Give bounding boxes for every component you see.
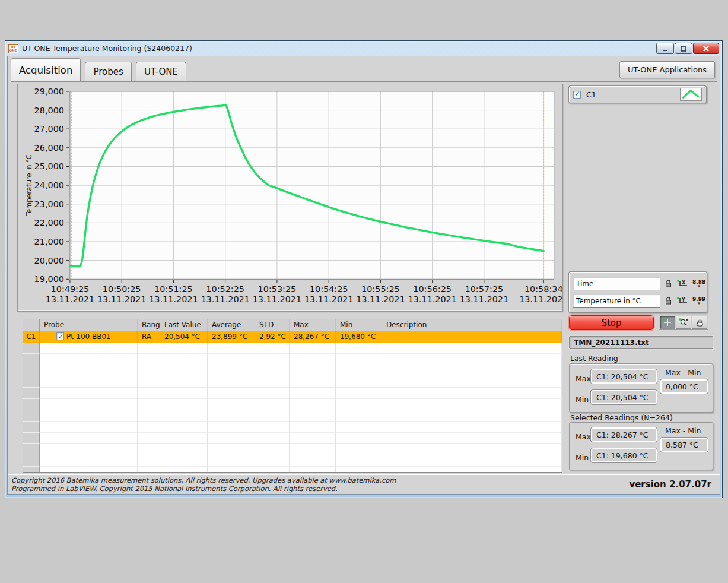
column-header[interactable]: Probe [40,319,138,331]
svg-text:22,000: 22,000 [34,218,64,227]
y-scale-name-input[interactable] [573,294,660,308]
row-header: C1 [23,331,40,343]
probe-checkbox[interactable]: ✓ [56,332,64,340]
column-header[interactable]: STD [255,319,290,331]
column-header[interactable]: Description [382,319,562,331]
svg-text:Y: Y [681,297,685,303]
probe-table[interactable]: ProbeRangeLast ValueAverageSTDMaxMinDesc… [23,319,562,473]
table-row[interactable]: C1 ✓Pt-100 BB01 RA 20,504 °C 23,899 °C 2… [23,331,562,343]
column-header[interactable]: Average [208,319,255,331]
svg-text:13.11.2021: 13.11.2021 [201,294,249,304]
svg-text:24,000: 24,000 [34,180,64,190]
copyright-line-2: Programmed in LabVIEW. Copyright 2015 Na… [11,484,720,493]
selected-diff-label: Max - Min [665,426,701,435]
zoom-tool-button[interactable] [676,316,691,329]
row-header [23,319,40,331]
y-format-icon[interactable]: 9.99▾ [692,297,705,305]
last-reading-group: Max C1: 20,504 °C Min C1: 20,504 °C Max … [569,363,713,413]
y-scale-lock-icon[interactable] [665,296,672,305]
x-scale-name-input[interactable] [573,277,660,290]
ut-one-applications-button[interactable]: UT-ONE Applications [619,61,715,78]
row-header [23,399,40,410]
selected-max-label: Max [576,432,591,441]
stop-button[interactable]: Stop [569,315,654,330]
description-cell [382,331,562,343]
legend-line-icon [681,88,701,100]
svg-text:13.11.2021: 13.11.2021 [356,294,405,304]
table-header-row: ProbeRangeLast ValueAverageSTDMaxMinDesc… [23,319,562,331]
app-window: UTONE UT-ONE Temperature Monitoring (S24… [5,40,723,498]
svg-text:10:50:25: 10:50:25 [103,284,141,294]
svg-text:10:52:25: 10:52:25 [206,284,244,294]
hand-icon [694,318,705,327]
average-cell: 23,899 °C [208,331,255,343]
chart-legend: ✓ C1 [568,85,707,103]
app-logo-icon: UTONE [8,44,18,53]
svg-text:19,000: 19,000 [34,274,64,284]
column-header[interactable]: Last Value [160,319,208,331]
tab-acquisition[interactable]: Acquisition [11,58,81,81]
x-format-icon[interactable]: 8.88▾ [692,280,705,288]
svg-text:13.11.2021: 13.11.2021 [460,294,508,304]
row-header [23,455,40,467]
table-row[interactable] [23,376,562,388]
minimize-button[interactable] [656,43,674,54]
selected-readings-title: Selected Readings (N=264) [570,413,673,422]
pan-tool-button[interactable] [692,316,707,329]
x-autoscale-icon[interactable]: X [676,279,688,288]
tab-probes[interactable]: Probes [85,62,131,81]
row-header [23,376,40,388]
table-row[interactable] [23,444,562,455]
last-reading-min-value: C1: 20,504 °C [590,389,657,405]
last-reading-max-value: C1: 20,504 °C [590,369,657,384]
table-row[interactable] [23,433,562,444]
window-title: UT-ONE Temperature Monitoring (S24060217… [22,44,192,53]
svg-text:13.11.2021: 13.11.2021 [149,294,198,304]
last-value-cell: 20,504 °C [160,331,208,343]
last-reading-diff-value: 0,000 °C [660,379,708,394]
version-label: version 2.07.07r [629,479,711,490]
copyright-line-1: Copyright 2016 Batemika measurement solu… [11,476,720,484]
cursor-tool-button[interactable] [660,316,675,329]
titlebar[interactable]: UTONE UT-ONE Temperature Monitoring (S24… [7,41,720,56]
std-cell: 2,92 °C [255,331,290,343]
table-row[interactable] [23,455,562,467]
table-row[interactable] [23,422,562,433]
scale-legend: X 8.88▾ Y 9.99▾ [568,271,707,313]
svg-text:13.11.2021: 13.11.2021 [97,294,146,304]
max-cell: 28,267 °C [290,331,336,343]
table-row[interactable] [23,410,562,422]
table-row[interactable] [23,365,562,376]
selected-min-label: Min [576,453,589,462]
temperature-chart[interactable]: 29,00028,00027,00026,00025,00024,00023,0… [17,84,563,312]
legend-checkbox-c1[interactable]: ✓ [573,91,581,99]
column-header[interactable]: Max [290,319,336,331]
row-header [23,410,40,422]
footer: Copyright 2016 Batemika measurement solu… [8,474,720,494]
table-row[interactable] [23,467,562,473]
legend-line-sample[interactable] [680,88,702,101]
svg-text:10:54:25: 10:54:25 [310,284,348,294]
svg-text:X: X [682,280,686,286]
x-scale-lock-icon[interactable] [665,279,672,288]
svg-text:13.11.2021: 13.11.2021 [519,294,563,304]
table-row[interactable] [23,399,562,410]
table-row[interactable] [23,388,562,399]
table-row[interactable] [23,354,562,365]
maximize-button[interactable] [675,43,692,54]
y-autoscale-icon[interactable]: Y [676,296,688,305]
last-reading-title: Last Reading [570,354,618,363]
svg-text:13.11.2021: 13.11.2021 [408,294,456,304]
data-file-field[interactable]: TMN_20211113.txt [569,336,713,349]
column-header[interactable]: Range [138,319,160,331]
svg-text:28,000: 28,000 [34,106,64,115]
tab-ut-one[interactable]: UT-ONE [136,62,186,81]
table-row[interactable] [23,343,562,354]
column-header[interactable]: Min [336,319,382,331]
svg-text:25,000: 25,000 [34,161,64,171]
selected-max-value: C1: 28,267 °C [590,427,657,442]
close-button[interactable] [693,43,719,54]
svg-text:10:53:25: 10:53:25 [258,284,297,294]
svg-text:27,000: 27,000 [34,124,64,134]
probe-cell: ✓Pt-100 BB01 [40,331,138,343]
